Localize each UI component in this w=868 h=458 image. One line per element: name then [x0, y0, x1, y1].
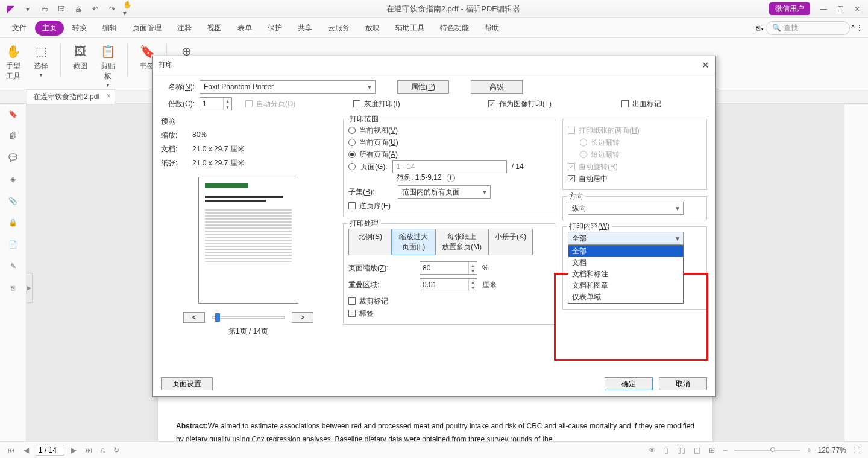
opt-form-only[interactable]: 仅表单域: [568, 291, 683, 303]
dialog-close-icon[interactable]: ✕: [702, 60, 709, 71]
print-content-dropdown[interactable]: 全部▼: [568, 232, 684, 245]
preview-slider[interactable]: [212, 316, 285, 319]
pages-radio[interactable]: 页面(G): 1 - 14 / 14: [348, 161, 550, 173]
zoom-out-icon[interactable]: −: [722, 446, 729, 454]
bleed-check[interactable]: 出血标记: [621, 98, 661, 110]
orientation-dropdown[interactable]: 纵向▼: [568, 202, 684, 215]
layout2-icon[interactable]: ▯▯: [675, 446, 687, 454]
first-page-icon[interactable]: ⏮: [6, 446, 17, 454]
content-panel-icon[interactable]: 📄: [8, 240, 17, 249]
qat-save2-icon[interactable]: 🖫: [55, 3, 68, 15]
menu-cloud[interactable]: 云服务: [321, 21, 357, 36]
current-page-radio[interactable]: 当前页面(U): [348, 136, 550, 148]
ok-button[interactable]: 确定: [605, 377, 653, 390]
grayscale-check[interactable]: 灰度打印(I): [353, 98, 400, 110]
pages-panel-icon[interactable]: 🗐: [10, 132, 17, 140]
overlap-spinner[interactable]: 0.01▲▼: [420, 278, 477, 291]
more-icon[interactable]: ⋮: [856, 24, 863, 32]
seg-scale[interactable]: 比例(S): [348, 229, 392, 255]
qat-print-icon[interactable]: 🖨: [72, 3, 84, 15]
layers-panel-icon[interactable]: ◈: [10, 175, 16, 183]
menu-file[interactable]: 文件: [5, 21, 34, 36]
seg-booklet[interactable]: 小册子(K): [488, 229, 533, 255]
qat-hand-icon[interactable]: ✋▾: [123, 3, 135, 15]
menu-comment[interactable]: 注释: [170, 21, 199, 36]
layout4-icon[interactable]: ⊞: [707, 446, 717, 454]
seg-multi[interactable]: 每张纸上放置多页(M): [435, 229, 488, 255]
menu-protect[interactable]: 保护: [260, 21, 289, 36]
preview-prev-button[interactable]: <: [183, 312, 205, 323]
comments-panel-icon[interactable]: 💬: [8, 153, 17, 162]
advanced-button[interactable]: 高级: [471, 80, 523, 94]
bookmark-panel-icon[interactable]: 🔖: [8, 110, 17, 118]
opt-all[interactable]: 全部: [568, 246, 683, 257]
search-input[interactable]: 🔍 查找: [766, 21, 850, 35]
page-input[interactable]: [36, 445, 64, 456]
menu-edit[interactable]: 编辑: [95, 21, 124, 36]
menu-foxit[interactable]: 放映: [358, 21, 387, 36]
layout3-icon[interactable]: ◫: [692, 446, 702, 454]
fullscreen-icon[interactable]: ⛶: [851, 446, 862, 454]
all-pages-radio[interactable]: 所有页面(A): [348, 148, 550, 161]
reverse-check[interactable]: 逆页序(E): [348, 200, 550, 212]
view-back-icon[interactable]: ⎌: [99, 446, 107, 454]
menu-form[interactable]: 表单: [230, 21, 259, 36]
menu-convert[interactable]: 转换: [65, 21, 94, 36]
info-icon[interactable]: i: [447, 174, 455, 182]
prev-page-icon[interactable]: ◀: [22, 446, 31, 454]
preview-next-button[interactable]: >: [292, 312, 313, 323]
security-panel-icon[interactable]: 🔒: [8, 218, 17, 227]
view-mode-icon[interactable]: 👁: [647, 446, 658, 454]
opt-doc-annot[interactable]: 文档和标注: [568, 269, 683, 280]
tool-clipboard[interactable]: 📋剪贴 板▼: [99, 40, 116, 88]
page-zoom-spinner[interactable]: 80▲▼: [420, 261, 477, 275]
cancel-button[interactable]: 取消: [659, 377, 707, 390]
properties-button[interactable]: 属性(P): [397, 80, 449, 94]
tool-select[interactable]: ⬚选择▼: [33, 40, 49, 78]
wechat-user-badge[interactable]: 微信用户: [769, 2, 810, 15]
menu-view[interactable]: 视图: [200, 21, 229, 36]
qat-redo-icon[interactable]: ↷: [106, 3, 118, 15]
copy-panel-icon[interactable]: ⎘: [11, 284, 15, 292]
tool-hand[interactable]: ✋手型 工具: [5, 40, 22, 81]
maximize-icon[interactable]: ☐: [834, 3, 846, 15]
copies-spinner[interactable]: 1▲▼: [200, 97, 232, 110]
menu-home[interactable]: 主页: [35, 21, 64, 36]
document-tab[interactable]: 在遵守饮食指南2.pdf ×: [27, 89, 115, 104]
attachments-panel-icon[interactable]: 📎: [8, 197, 17, 205]
printer-dropdown[interactable]: Foxit Phantom Printer▼: [200, 80, 376, 94]
subset-dropdown[interactable]: 范围内的所有页面▼: [398, 185, 491, 199]
menu-special[interactable]: 特色功能: [433, 21, 476, 36]
page-setup-button[interactable]: 页面设置: [161, 377, 213, 390]
layout1-icon[interactable]: ▯: [662, 446, 670, 454]
close-icon[interactable]: ✕: [851, 3, 863, 15]
qat-save-icon[interactable]: ▾: [22, 3, 34, 15]
menu-help[interactable]: 帮助: [477, 21, 506, 36]
opt-doc-stamp[interactable]: 文档和图章: [568, 280, 683, 291]
current-view-radio[interactable]: 当前视图(V): [348, 124, 550, 136]
zoom-slider[interactable]: [734, 450, 800, 451]
zoom-in-icon[interactable]: +: [805, 446, 813, 454]
minimize-icon[interactable]: —: [817, 3, 829, 15]
signature-panel-icon[interactable]: ✎: [10, 262, 16, 270]
menu-assist[interactable]: 辅助工具: [388, 21, 432, 36]
auto-center-check[interactable]: 自动居中: [568, 173, 702, 185]
tool-snapshot[interactable]: 🖼截图: [72, 40, 89, 71]
crop-marks-check[interactable]: 裁剪标记: [348, 295, 550, 307]
pages-input[interactable]: 1 - 14: [392, 160, 507, 173]
labels-check[interactable]: 标签: [348, 307, 550, 319]
menu-share[interactable]: 共享: [291, 21, 319, 36]
menu-page-mgmt[interactable]: 页面管理: [125, 21, 169, 36]
qat-open-icon[interactable]: 🗁: [39, 3, 51, 15]
opt-doc[interactable]: 文档: [568, 257, 683, 269]
last-page-icon[interactable]: ⏭: [83, 446, 94, 454]
view-fwd-icon[interactable]: ↻: [112, 446, 121, 454]
collapse-ribbon-icon[interactable]: ^: [851, 24, 855, 32]
seg-fit[interactable]: 缩放过大页面(L): [392, 229, 435, 255]
qat-undo-icon[interactable]: ↶: [89, 3, 101, 15]
as-image-check[interactable]: 作为图像打印(T): [488, 98, 552, 110]
dialog-titlebar[interactable]: 打印 ✕: [153, 56, 715, 74]
tab-close-icon[interactable]: ×: [107, 92, 111, 100]
ribbon-opts-icon[interactable]: ⎘▾: [756, 24, 764, 32]
next-page-icon[interactable]: ▶: [69, 446, 78, 454]
